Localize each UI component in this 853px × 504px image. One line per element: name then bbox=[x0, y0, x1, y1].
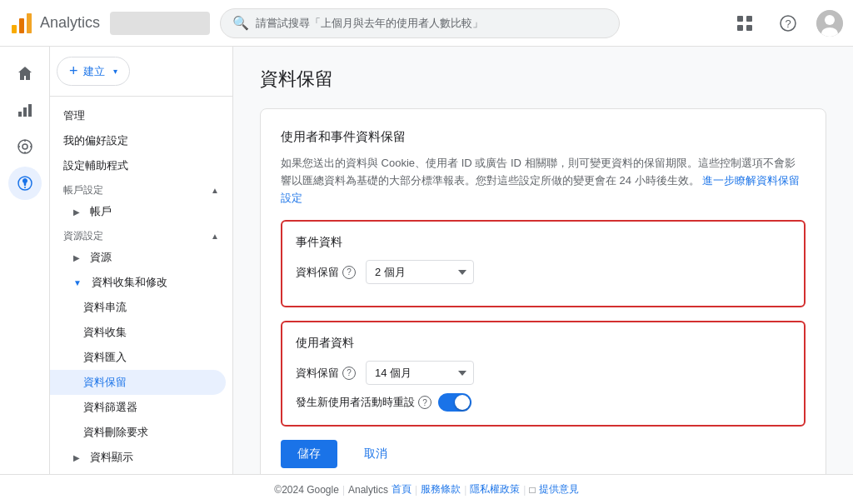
data-stream-label: 資料串流 bbox=[83, 300, 127, 315]
nav-explore[interactable] bbox=[8, 130, 42, 163]
cancel-button[interactable]: 取消 bbox=[347, 440, 404, 468]
page-title: 資料保留 bbox=[260, 67, 826, 92]
reports-icon bbox=[17, 102, 33, 118]
account-selector[interactable] bbox=[110, 12, 210, 35]
svg-rect-3 bbox=[27, 13, 32, 33]
user-retention-select[interactable]: 2 個月 14 個月 26 個月 38 個月 50 個月 bbox=[366, 361, 474, 385]
left-icon-nav bbox=[0, 47, 50, 474]
advertising-icon bbox=[17, 175, 33, 192]
sidebar-nav: 管理 我的偏好設定 設定輔助程式 帳戶設定 ▲ ▶ 帳戶 資源設定 ▲ bbox=[50, 97, 232, 474]
nav-home[interactable] bbox=[8, 57, 42, 90]
reset-on-activity-row: 發生新使用者活動時重設 ? ✓ bbox=[296, 393, 791, 412]
toggle-track: ✓ bbox=[438, 393, 471, 412]
account-label: 帳戶 bbox=[90, 204, 112, 219]
user-data-title: 使用者資料 bbox=[296, 336, 791, 351]
data-filter-label: 資料篩選器 bbox=[83, 400, 137, 415]
sidebar-item-data-stream[interactable]: 資料串流 bbox=[50, 295, 226, 320]
sidebar-item-data-retention[interactable]: 資料保留 bbox=[50, 370, 226, 395]
save-button[interactable]: 儲存 bbox=[281, 440, 337, 468]
sidebar-item-data-collection[interactable]: ▼ 資料收集和修改 bbox=[50, 270, 226, 295]
display-expand-icon: ▶ bbox=[73, 453, 80, 462]
resource-chevron-icon[interactable]: ▲ bbox=[211, 232, 219, 241]
search-bar[interactable]: 🔍 請嘗試搜尋「上個月與去年的使用者人數比較」 bbox=[220, 8, 620, 38]
svg-rect-1 bbox=[19, 18, 24, 33]
analytics-logo-icon bbox=[10, 12, 33, 35]
svg-rect-0 bbox=[12, 25, 17, 33]
data-collection-label: 資料收集和修改 bbox=[92, 275, 167, 290]
svg-rect-6 bbox=[737, 25, 743, 31]
svg-rect-5 bbox=[746, 16, 752, 22]
action-buttons: 儲存 取消 bbox=[281, 440, 806, 468]
resource-expand-icon: ▶ bbox=[73, 253, 80, 262]
sidebar-item-resource[interactable]: ▶ 資源 bbox=[50, 245, 226, 270]
create-button-label: 建立 bbox=[83, 64, 105, 79]
reset-toggle[interactable]: ✓ bbox=[438, 393, 471, 412]
chevron-down-icon: ▾ bbox=[113, 67, 117, 76]
svg-rect-15 bbox=[28, 104, 32, 117]
help-icon-button[interactable]: ? bbox=[773, 8, 803, 38]
event-data-title: 事件資料 bbox=[296, 235, 791, 250]
app-name: Analytics bbox=[40, 14, 100, 32]
svg-rect-4 bbox=[737, 16, 743, 22]
sidebar-item-data-import[interactable]: 資料匯入 bbox=[50, 345, 226, 370]
analytics-text: Analytics bbox=[348, 484, 388, 496]
main-content: 資料保留 使用者和事件資料保留 如果您送出的資料與 Cookie、使用者 ID … bbox=[233, 47, 853, 474]
event-retention-help-icon[interactable]: ? bbox=[342, 266, 356, 279]
app-logo: Analytics bbox=[10, 12, 100, 35]
setup-assistant-label: 設定輔助程式 bbox=[63, 158, 128, 173]
sidebar-item-preferences[interactable]: 我的偏好設定 bbox=[50, 128, 226, 153]
sidebar-item-data-collect[interactable]: 資料收集 bbox=[50, 320, 226, 345]
nav-reports[interactable] bbox=[8, 93, 42, 127]
plus-icon: + bbox=[69, 62, 78, 80]
feedback-link[interactable]: 提供意見 bbox=[539, 482, 579, 497]
user-event-card-description: 如果您送出的資料與 Cookie、使用者 ID 或廣告 ID 相關聯，則可變更資… bbox=[281, 155, 806, 207]
analytics-home-link[interactable]: 首頁 bbox=[392, 482, 412, 497]
help-icon: ? bbox=[780, 15, 796, 32]
sidebar-item-setup-assistant[interactable]: 設定輔助程式 bbox=[50, 153, 226, 178]
data-display-label: 資料顯示 bbox=[90, 450, 133, 465]
grid-icon bbox=[736, 15, 753, 32]
sidebar-item-manage[interactable]: 管理 bbox=[50, 103, 226, 128]
nav-advertising[interactable] bbox=[8, 167, 42, 200]
expand-icon: ▶ bbox=[73, 207, 80, 217]
data-retention-label: 資料保留 bbox=[83, 375, 127, 390]
reset-on-activity-label: 發生新使用者活動時重設 ? bbox=[296, 395, 431, 410]
main-layout: + 建立 ▾ 管理 我的偏好設定 設定輔助程式 帳戶設定 ▲ ▶ bbox=[0, 47, 853, 474]
reset-help-icon[interactable]: ? bbox=[418, 396, 431, 409]
event-retention-select[interactable]: 2 個月 14 個月 26 個月 38 個月 50 個月 bbox=[366, 260, 474, 284]
data-import-label: 資料匯入 bbox=[83, 350, 127, 365]
user-avatar[interactable] bbox=[816, 10, 843, 37]
sidebar-item-data-filter[interactable]: 資料篩選器 bbox=[50, 395, 226, 420]
create-button[interactable]: + 建立 ▾ bbox=[57, 57, 130, 86]
svg-point-17 bbox=[22, 144, 27, 149]
copyright-text: ©2024 Google bbox=[274, 484, 339, 496]
preferences-label: 我的偏好設定 bbox=[63, 133, 128, 148]
resource-section-label: 資源設定 bbox=[63, 229, 103, 243]
svg-point-23 bbox=[24, 187, 26, 188]
data-collect-label: 資料收集 bbox=[83, 325, 127, 340]
footer: ©2024 Google | Analytics 首頁 | 服務條款 | 隱私權… bbox=[0, 474, 853, 504]
explore-icon bbox=[17, 138, 33, 155]
sidebar-item-data-display[interactable]: ▶ 資料顯示 bbox=[50, 445, 226, 470]
account-chevron-icon[interactable]: ▲ bbox=[211, 186, 219, 195]
data-collection-expand-icon: ▼ bbox=[73, 278, 82, 287]
sidebar-item-data-delete[interactable]: 資料刪除要求 bbox=[50, 420, 226, 445]
event-retention-label: 資料保留 ? bbox=[296, 265, 356, 280]
topbar-right: ? bbox=[730, 8, 843, 38]
manage-label: 管理 bbox=[63, 108, 85, 123]
user-retention-row: 資料保留 ? 2 個月 14 個月 26 個月 38 個月 50 個月 bbox=[296, 361, 791, 385]
user-retention-help-icon[interactable]: ? bbox=[342, 367, 356, 380]
privacy-link[interactable]: 隱私權政策 bbox=[470, 482, 520, 497]
grid-icon-button[interactable] bbox=[730, 8, 760, 38]
feedback-icon: □ bbox=[529, 484, 535, 496]
svg-point-11 bbox=[825, 15, 835, 25]
svg-text:?: ? bbox=[785, 17, 791, 30]
topbar: Analytics 🔍 請嘗試搜尋「上個月與去年的使用者人數比較」 ? bbox=[0, 0, 853, 47]
resource-section-header: 資源設定 ▲ bbox=[50, 224, 232, 245]
terms-link[interactable]: 服務條款 bbox=[421, 482, 461, 497]
resource-label: 資源 bbox=[90, 250, 112, 265]
user-retention-label: 資料保留 ? bbox=[296, 366, 356, 381]
event-retention-row: 資料保留 ? 2 個月 14 個月 26 個月 38 個月 50 個月 bbox=[296, 260, 791, 284]
user-event-card-title: 使用者和事件資料保留 bbox=[281, 129, 806, 145]
sidebar-item-account[interactable]: ▶ 帳戶 bbox=[50, 199, 226, 224]
